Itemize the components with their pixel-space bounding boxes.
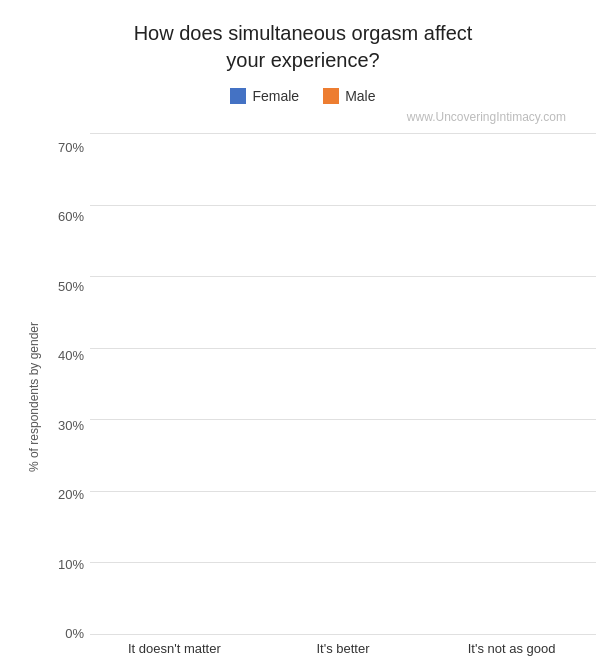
y-tick-60: 60%	[48, 209, 90, 224]
y-tick-30: 30%	[48, 418, 90, 433]
female-swatch	[230, 88, 246, 104]
watermark: www.UncoveringIntimacy.com	[407, 110, 596, 124]
chart-inner: 70% 60% 50% 40% 30% 20% 10% 0%	[48, 134, 596, 660]
y-tick-50: 50%	[48, 279, 90, 294]
y-tick-0: 0%	[48, 626, 90, 641]
plot-area: 70% 60% 50% 40% 30% 20% 10% 0%	[48, 134, 596, 635]
chart-area: % of respondents by gender 70% 60% 50% 4…	[10, 134, 596, 660]
y-tick-70: 70%	[48, 140, 90, 155]
bars-grid	[90, 134, 596, 635]
y-tick-10: 10%	[48, 557, 90, 572]
legend-item-female: Female	[230, 88, 299, 104]
y-axis-label: % of respondents by gender	[27, 322, 41, 472]
male-swatch	[323, 88, 339, 104]
y-ticks: 70% 60% 50% 40% 30% 20% 10% 0%	[48, 134, 90, 635]
x-label-doesnt-matter: It doesn't matter	[124, 641, 224, 656]
female-label: Female	[252, 88, 299, 104]
male-label: Male	[345, 88, 375, 104]
x-axis: It doesn't matter It's better It's not a…	[48, 635, 596, 660]
x-label-not-as-good: It's not as good	[462, 641, 562, 656]
chart-title: How does simultaneous orgasm affect your…	[134, 20, 473, 74]
grid-and-bars: 70% 60% 50% 40% 30% 20% 10% 0%	[48, 134, 596, 635]
y-axis-label-container: % of respondents by gender	[20, 134, 48, 660]
y-tick-20: 20%	[48, 487, 90, 502]
legend-item-male: Male	[323, 88, 375, 104]
bars-row	[90, 134, 596, 635]
x-label-better: It's better	[293, 641, 393, 656]
chart-container: How does simultaneous orgasm affect your…	[0, 0, 606, 670]
chart-legend: Female Male	[230, 88, 375, 104]
y-tick-40: 40%	[48, 348, 90, 363]
